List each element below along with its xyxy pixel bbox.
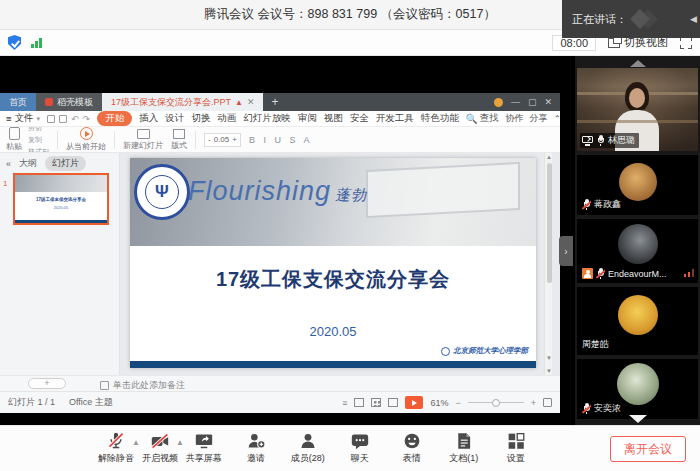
minimize-icon[interactable]: —	[511, 97, 520, 107]
invite-button[interactable]: 邀请	[230, 432, 282, 465]
share-button[interactable]: 分享	[530, 112, 548, 125]
network-signal-icon[interactable]	[31, 37, 42, 48]
slide-sorter-icon[interactable]	[371, 398, 381, 407]
notes-toggle-icon[interactable]: ≡	[342, 398, 347, 408]
zoom-slider[interactable]	[468, 402, 524, 403]
slide-thumbnail[interactable]: 17级工保支保交流分享会 2020.05	[13, 173, 109, 225]
tab-close-icon[interactable]: ✕	[247, 97, 255, 107]
security-shield-icon[interactable]	[8, 35, 21, 50]
format-buttons[interactable]: B I U S A	[249, 135, 313, 145]
fullscreen-icon[interactable]	[680, 37, 692, 49]
decrease-icon[interactable]: -	[208, 135, 211, 144]
wps-tab-bar: 首页 稻壳模板 17级工保支保交流分享会.PPT ▲ ✕ + — ▢	[0, 93, 560, 111]
zoom-level[interactable]: 61%	[430, 398, 448, 408]
close-icon[interactable]: ✕	[544, 97, 552, 107]
hamburger-icon: ≡	[6, 113, 12, 124]
tab-home[interactable]: 首页	[0, 93, 36, 111]
cut-button[interactable]: 剪切	[28, 127, 49, 133]
find-button[interactable]: 🔍 查找	[466, 112, 499, 125]
menu-design[interactable]: 设计	[165, 112, 184, 125]
current-slide[interactable]: Flourishing蓬勃 Ψ 17级工保支保交流分享会 2020.05 北京师…	[130, 158, 536, 368]
menu-view[interactable]: 视图	[324, 112, 343, 125]
participant-video-tile[interactable]: EndeavourM...	[577, 219, 698, 283]
increase-icon[interactable]: +	[232, 135, 237, 144]
chat-button[interactable]: 聊天	[334, 432, 386, 465]
slide-canvas[interactable]: Flourishing蓬勃 Ψ 17级工保支保交流分享会 2020.05 北京师…	[120, 153, 552, 375]
wps-menu-bar: ≡ 文件 ▾ ↶↷ 开始 插入 设计 切换 动画 幻灯片放映 审阅 视图 安全 …	[0, 111, 560, 127]
menu-security[interactable]: 安全	[350, 112, 369, 125]
zoom-in-icon[interactable]: +	[531, 398, 536, 408]
slide-footer-logo: 北京师范大学心理学部	[441, 346, 528, 356]
quick-access-icons[interactable]: ↶↷	[47, 114, 90, 124]
participant-video-tile[interactable]: 蒋政鑫	[577, 155, 698, 215]
menu-review[interactable]: 审阅	[298, 112, 317, 125]
settings-icon	[506, 432, 526, 450]
collab-button[interactable]: 协作	[506, 112, 524, 125]
menu-devtools[interactable]: 开发工具	[376, 112, 414, 125]
add-slide-button[interactable]: +	[28, 378, 66, 389]
new-slide-button[interactable]: 新建幻灯片	[123, 129, 163, 151]
mic-muted-icon	[582, 403, 591, 414]
menu-start[interactable]: 开始	[97, 111, 132, 126]
menu-slideshow[interactable]: 幻灯片放映	[243, 112, 291, 125]
collapse-panel-icon[interactable]: «	[6, 159, 11, 169]
emoji-button[interactable]: 表情	[386, 432, 438, 465]
avatar	[618, 224, 658, 264]
members-button[interactable]: 成员(28)	[282, 432, 334, 465]
weak-signal-icon	[684, 269, 695, 277]
participant-filmstrip: 林思璐 蒋政鑫 EndeavourM...	[575, 56, 700, 425]
share-screen-button[interactable]: 共享屏幕	[178, 432, 230, 465]
camera-off-icon	[150, 432, 170, 450]
participant-video-tile[interactable]: 周楚皓	[577, 287, 698, 355]
notes-placeholder[interactable]: 单击此处添加备注	[100, 379, 185, 392]
scroll-up-icon[interactable]	[630, 60, 646, 67]
copy-button[interactable]: 复制	[28, 135, 49, 145]
play-from-current-button[interactable]: 从当前开始	[66, 127, 106, 152]
next-page-icon[interactable]: ▼	[545, 368, 553, 374]
zoom-out-icon[interactable]: −	[455, 398, 460, 408]
mic-muted-icon	[596, 268, 605, 279]
account-avatar[interactable]	[494, 98, 503, 107]
tab-docer[interactable]: 稻壳模板	[36, 93, 102, 111]
scroll-down-icon[interactable]	[629, 415, 647, 423]
scroll-up-icon[interactable]: ▲	[545, 154, 553, 160]
filmstrip-collapse-button[interactable]: ›	[559, 236, 573, 266]
canvas-scrollbar[interactable]: ▲ ▼ ▼	[544, 153, 552, 375]
normal-view-icon[interactable]	[354, 398, 364, 407]
docs-button[interactable]: 文档(1)	[438, 432, 490, 465]
leave-meeting-button[interactable]: 离开会议	[610, 436, 686, 462]
avatar	[619, 163, 657, 201]
slideshow-play-button[interactable]	[405, 396, 423, 409]
chat-icon	[350, 432, 370, 450]
font-size-stepper[interactable]: - 0.05 +	[204, 133, 241, 147]
settings-button[interactable]: 设置	[490, 432, 542, 465]
scroll-down-icon[interactable]: ▼	[545, 355, 553, 361]
tab-document-active[interactable]: 17级工保支保交流分享会.PPT ▲ ✕	[102, 93, 263, 111]
collapse-ribbon-icon[interactable]: ⌃	[554, 114, 560, 124]
participant-video-tile[interactable]: 安奕浓	[577, 359, 698, 419]
menu-transition[interactable]: 切换	[191, 112, 210, 125]
wps-presentation-window: 首页 稻壳模板 17级工保支保交流分享会.PPT ▲ ✕ + — ▢	[0, 93, 560, 413]
collapse-left-icon[interactable]: ◀	[690, 14, 697, 24]
reading-view-icon[interactable]	[388, 398, 398, 407]
zoom-slider-knob[interactable]	[492, 399, 500, 407]
fit-fullscreen-icon[interactable]	[543, 398, 552, 407]
menu-animation[interactable]: 动画	[217, 112, 236, 125]
restore-icon[interactable]: ▢	[528, 97, 537, 107]
slide-thumb-number: 1	[3, 179, 7, 188]
menu-features[interactable]: 特色功能	[421, 112, 459, 125]
tab-slides[interactable]: 幻灯片	[45, 156, 86, 171]
mini-seal-icon	[441, 347, 450, 356]
participant-video-tile[interactable]: 林思璐	[577, 68, 698, 151]
tab-outline[interactable]: 大纲	[19, 157, 37, 170]
speaking-indicator: 正在讲话： ◀	[562, 0, 700, 38]
menu-file[interactable]: ≡ 文件 ▾	[6, 112, 40, 125]
scrollbar-thumb[interactable]	[547, 163, 552, 283]
layout-button[interactable]: 版式	[171, 129, 187, 151]
switch-view-icon	[608, 38, 620, 48]
new-tab-button[interactable]: +	[263, 93, 286, 111]
mic-muted-icon	[582, 199, 591, 210]
menu-insert[interactable]: 插入	[139, 112, 158, 125]
docer-icon	[45, 98, 53, 106]
paste-button[interactable]: 粘贴	[6, 127, 22, 152]
